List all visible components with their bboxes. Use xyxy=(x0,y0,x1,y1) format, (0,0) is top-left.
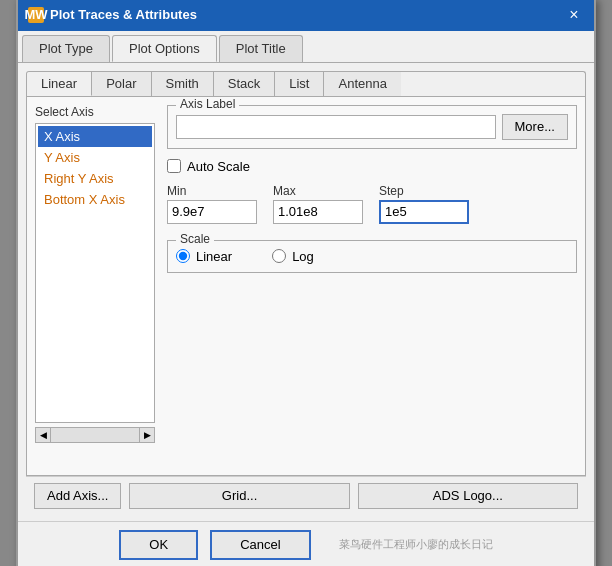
axis-item-x[interactable]: X Axis xyxy=(38,126,152,147)
scale-log-label: Log xyxy=(292,249,314,264)
axis-list: X Axis Y Axis Right Y Axis Bottom X Axis xyxy=(35,123,155,423)
auto-scale-row: Auto Scale xyxy=(167,159,577,174)
sub-tab-stack[interactable]: Stack xyxy=(214,72,276,96)
app-icon: MW xyxy=(28,7,44,23)
bottom-bar: Add Axis... Grid... ADS Logo... xyxy=(26,476,586,513)
scale-linear-label: Linear xyxy=(196,249,232,264)
scroll-right-arrow[interactable]: ▶ xyxy=(139,427,155,443)
axis-scrollbar: ◀ ▶ xyxy=(35,427,155,443)
axis-label-input[interactable] xyxy=(176,115,496,139)
min-max-step-row: Min Max Step xyxy=(167,184,577,224)
scroll-left-arrow[interactable]: ◀ xyxy=(35,427,51,443)
max-input[interactable] xyxy=(273,200,363,224)
sub-tabs: Linear Polar Smith Stack List Antenna xyxy=(26,71,586,96)
axis-section-label: Select Axis xyxy=(35,105,155,119)
grid-button[interactable]: Grid... xyxy=(129,483,349,509)
dialog-title: Plot Traces & Attributes xyxy=(50,7,197,22)
auto-scale-checkbox[interactable] xyxy=(167,159,181,173)
close-button[interactable]: × xyxy=(564,5,584,25)
axis-label-group: Axis Label More... xyxy=(167,105,577,149)
min-label: Min xyxy=(167,184,257,198)
tab-plot-type[interactable]: Plot Type xyxy=(22,35,110,62)
footer-bar: OK Cancel 菜鸟硬件工程师小廖的成长日记 xyxy=(18,521,594,567)
sub-tab-smith[interactable]: Smith xyxy=(152,72,214,96)
sub-tab-linear[interactable]: Linear xyxy=(27,72,92,96)
panel: Select Axis X Axis Y Axis Right Y Axis B… xyxy=(26,96,586,476)
panel-inner: Select Axis X Axis Y Axis Right Y Axis B… xyxy=(35,105,577,443)
sub-tab-antenna[interactable]: Antenna xyxy=(324,72,400,96)
scroll-track[interactable] xyxy=(51,427,139,443)
step-input[interactable] xyxy=(379,200,469,224)
max-field: Max xyxy=(273,184,363,224)
scale-group: Scale Linear Log xyxy=(167,240,577,273)
min-input[interactable] xyxy=(167,200,257,224)
axis-item-right-y[interactable]: Right Y Axis xyxy=(38,168,152,189)
scale-linear-radio[interactable] xyxy=(176,249,190,263)
auto-scale-label: Auto Scale xyxy=(187,159,250,174)
min-field: Min xyxy=(167,184,257,224)
scale-title: Scale xyxy=(176,232,214,246)
axis-section: Select Axis X Axis Y Axis Right Y Axis B… xyxy=(35,105,155,443)
scale-log-option[interactable]: Log xyxy=(272,249,314,264)
tab-plot-options[interactable]: Plot Options xyxy=(112,35,217,62)
content-area: Linear Polar Smith Stack List Antenna Se… xyxy=(18,63,594,521)
max-label: Max xyxy=(273,184,363,198)
brand-text: 菜鸟硬件工程师小廖的成长日记 xyxy=(339,537,493,552)
step-label: Step xyxy=(379,184,469,198)
more-button[interactable]: More... xyxy=(502,114,568,140)
main-tabs: Plot Type Plot Options Plot Title xyxy=(18,31,594,63)
scale-linear-option[interactable]: Linear xyxy=(176,249,232,264)
title-bar-left: MW Plot Traces & Attributes xyxy=(28,7,197,23)
axis-item-bottom-x[interactable]: Bottom X Axis xyxy=(38,189,152,210)
step-field: Step xyxy=(379,184,469,224)
sub-tab-polar[interactable]: Polar xyxy=(92,72,151,96)
add-axis-button[interactable]: Add Axis... xyxy=(34,483,121,509)
right-panel: Axis Label More... Auto Scale xyxy=(167,105,577,443)
sub-tab-list[interactable]: List xyxy=(275,72,324,96)
axis-label-row: More... xyxy=(176,114,568,140)
title-bar: MW Plot Traces & Attributes × xyxy=(18,0,594,31)
ads-logo-button[interactable]: ADS Logo... xyxy=(358,483,578,509)
tab-plot-title[interactable]: Plot Title xyxy=(219,35,303,62)
scale-log-radio[interactable] xyxy=(272,249,286,263)
cancel-button[interactable]: Cancel xyxy=(210,530,310,560)
axis-item-y[interactable]: Y Axis xyxy=(38,147,152,168)
ok-button[interactable]: OK xyxy=(119,530,198,560)
axis-label-title: Axis Label xyxy=(176,97,239,111)
scale-options: Linear Log xyxy=(176,249,568,264)
dialog: MW Plot Traces & Attributes × Plot Type … xyxy=(16,0,596,566)
